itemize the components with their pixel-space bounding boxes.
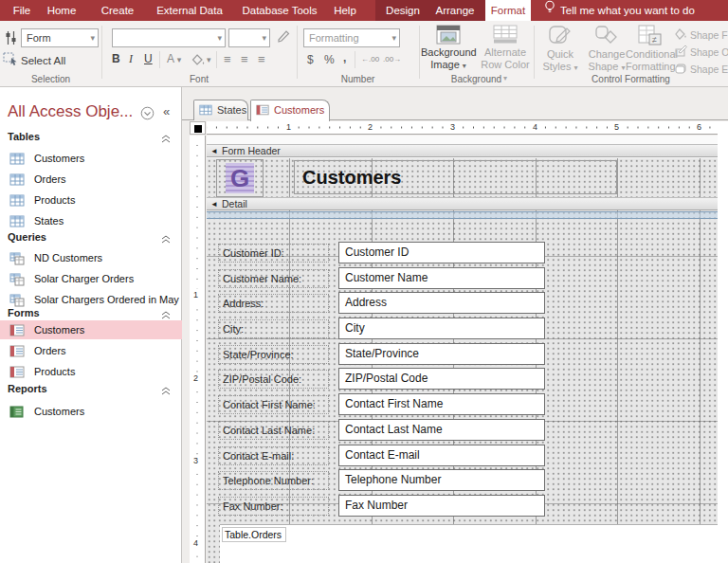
doc-tab-customers[interactable]: Customers (250, 100, 330, 121)
align-right-icon[interactable]: ≡ (258, 52, 265, 66)
field-textbox-contact-email[interactable]: Contact E-mail (338, 445, 545, 466)
nav-item-query-solar-chargers-ordered-in-may[interactable]: Solar Chargers Ordered in May (0, 290, 182, 309)
quick-styles-button[interactable]: Quick Styles ▾ (538, 25, 582, 80)
field-textbox-city[interactable]: City (338, 318, 545, 339)
shape-outline-button[interactable]: Shape O (675, 45, 728, 60)
decrease-decimals-icon[interactable]: .00→ (383, 55, 401, 64)
field-label-telephone-number[interactable]: Telephone Number: (218, 471, 329, 490)
left-arrow-icon: ◄ (210, 146, 218, 157)
shape-fill-button[interactable]: Shape F (675, 27, 728, 43)
nav-group-queries[interactable]: Queries (0, 231, 182, 246)
tab-file[interactable]: File (8, 0, 36, 21)
field-label-zip-postal-code[interactable]: ZIP/Postal Code: (218, 370, 329, 389)
field-label-fax-number[interactable]: Fax Number: (218, 497, 329, 516)
chevron-down-icon: ▾ (621, 64, 625, 72)
vertical-ruler[interactable]: 1 2 3 4 (190, 136, 206, 563)
font-size-combo[interactable]: ▾ (228, 28, 270, 47)
query-grid-icon (9, 294, 25, 307)
ruler-number: 4 (193, 537, 198, 549)
nav-item-form-products[interactable]: Products (0, 362, 182, 381)
grid-line (617, 210, 618, 563)
field-label-state-province[interactable]: State/Province: (218, 345, 329, 364)
tab-home[interactable]: Home (44, 0, 80, 21)
divider (159, 51, 160, 68)
field-label-address[interactable]: Address: (218, 294, 329, 313)
change-shape-button[interactable]: Change Shape ▾ (584, 25, 629, 80)
percent-format-button[interactable]: % (324, 53, 335, 66)
detail-grid[interactable]: Customer ID: Customer ID Customer Name: … (207, 210, 718, 563)
alternate-row-color-icon (480, 25, 531, 45)
field-textbox-state-province[interactable]: State/Province (338, 343, 545, 365)
field-textbox-contact-last-name[interactable]: Contact Last Name (338, 419, 545, 441)
shape-outline-label: Shape O (690, 46, 728, 58)
tell-me-box[interactable]: Tell me what you want to do (537, 0, 695, 21)
tab-arrange[interactable]: Arrange (430, 0, 480, 21)
nav-item-table-customers[interactable]: Customers (0, 149, 182, 168)
form-selector-box[interactable] (190, 121, 206, 135)
field-label-customer-name[interactable]: Customer Name: (218, 269, 329, 288)
field-label-contact-email[interactable]: Contact E-mail: (218, 446, 329, 465)
form-design-surface: ◄ Form Header G Customers ◄ Detail (207, 136, 718, 563)
form-header-section-bar[interactable]: ◄ Form Header (207, 144, 718, 157)
field-label-customer-id[interactable]: Customer ID: (218, 244, 329, 263)
tab-help[interactable]: Help (330, 0, 360, 21)
field-textbox-fax-number[interactable]: Fax Number (338, 495, 545, 517)
nav-item-table-orders[interactable]: Orders (0, 170, 182, 189)
field-textbox-telephone-number[interactable]: Telephone Number (338, 469, 545, 491)
bold-button[interactable]: B (112, 52, 120, 65)
increase-decimals-icon[interactable]: ←.00 (361, 55, 379, 64)
nav-item-table-products[interactable]: Products (0, 191, 182, 209)
format-painter-icon[interactable] (277, 28, 290, 47)
query-grid-icon (9, 273, 25, 286)
field-textbox-customer-id[interactable]: Customer ID (338, 242, 545, 263)
field-textbox-zip-postal-code[interactable]: ZIP/Postal Code (338, 368, 545, 390)
background-image-button[interactable]: Background Image ▾ (421, 25, 476, 80)
doc-tab-states[interactable]: States (193, 100, 248, 120)
font-color-button[interactable]: A ▾ (167, 52, 181, 65)
field-textbox-customer-name[interactable]: Customer Name (338, 267, 545, 289)
group-divider (297, 26, 298, 79)
shutter-bar-close-icon[interactable]: « (163, 104, 170, 118)
horizontal-ruler[interactable]: 1 2 3 4 5 6 (207, 121, 718, 135)
tab-design[interactable]: Design (381, 0, 425, 21)
align-left-icon[interactable]: ≡ (224, 52, 231, 66)
form-header-grid[interactable]: G Customers (207, 158, 718, 197)
tell-me-label: Tell me what you want to do (560, 0, 695, 21)
nav-group-tables[interactable]: Tables (0, 131, 182, 146)
form-title-label[interactable]: Customers (294, 160, 617, 194)
number-format-combo[interactable]: Formatting▾ (303, 28, 400, 47)
tab-format-active[interactable]: Format (485, 0, 531, 21)
italic-button[interactable]: I (129, 52, 133, 66)
nav-item-form-orders[interactable]: Orders (0, 341, 182, 360)
nav-group-reports[interactable]: Reports (0, 383, 182, 398)
tab-create[interactable]: Create (97, 0, 138, 21)
form-logo-control[interactable]: G (216, 159, 264, 197)
select-all-button[interactable]: Select All (21, 55, 65, 66)
tab-external-data[interactable]: External Data (152, 0, 228, 21)
underline-button[interactable]: U (144, 52, 153, 65)
fill-color-button[interactable] (191, 53, 206, 70)
field-label-city[interactable]: City: (218, 319, 329, 338)
font-name-combo[interactable]: ▾ (112, 28, 226, 47)
alternate-row-color-button[interactable]: Alternate Row Color ▾ (480, 25, 531, 80)
detail-top-line-control[interactable] (207, 211, 718, 219)
nav-title-menu-icon[interactable] (140, 106, 155, 124)
nav-item-form-customers-selected[interactable]: Customers (0, 320, 182, 339)
field-label-contact-first-name[interactable]: Contact First Name: (218, 395, 329, 414)
currency-format-button[interactable]: $ (307, 53, 314, 66)
field-label-contact-last-name[interactable]: Contact Last Name: (218, 421, 329, 440)
field-textbox-contact-first-name[interactable]: Contact First Name (338, 393, 545, 415)
nav-item-report-customers[interactable]: Customers (0, 402, 182, 421)
field-textbox-address[interactable]: Address (338, 292, 545, 314)
conditional-formatting-button[interactable]: ≠ Conditional Formatting (626, 25, 675, 80)
nav-item-query-nd-customers[interactable]: ND Customers (0, 248, 182, 267)
align-center-icon[interactable]: ≡ (241, 52, 248, 66)
nav-item-table-states[interactable]: States (0, 211, 182, 230)
table-grid-icon (9, 194, 25, 207)
subform-control[interactable]: Table.Orders (220, 524, 718, 563)
nav-item-query-solar-charger-orders[interactable]: Solar Charger Orders (0, 269, 182, 288)
comma-format-button[interactable]: , (343, 51, 346, 64)
object-selector-combo[interactable]: Form▾ (21, 28, 99, 47)
tab-database-tools[interactable]: Database Tools (237, 0, 322, 21)
detail-section-bar[interactable]: ◄ Detail (207, 197, 718, 210)
